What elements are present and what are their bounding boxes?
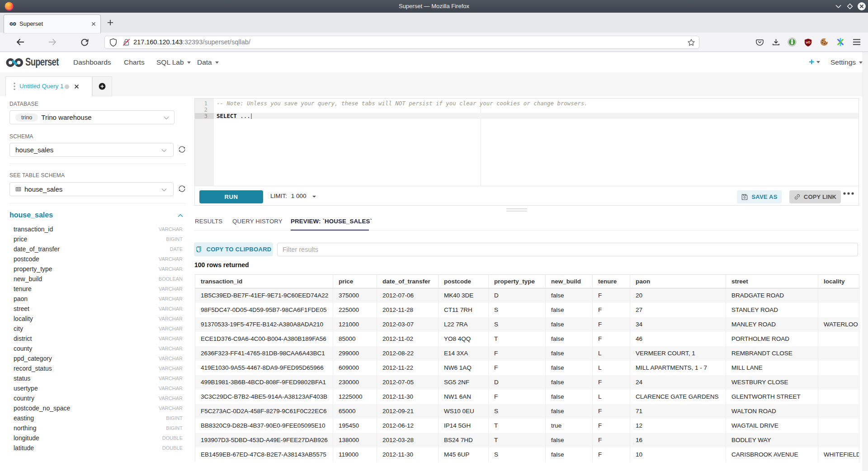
back-button[interactable] <box>15 33 25 52</box>
pocket-button[interactable] <box>755 33 764 52</box>
column-name: status <box>14 375 30 382</box>
copy-to-clipboard-button[interactable]: COPY TO CLIPBOARD <box>194 242 273 256</box>
nav-settings-menu[interactable]: Settings <box>830 52 863 72</box>
table-column-row[interactable]: postcodeVARCHAR <box>0 254 194 264</box>
table-row[interactable]: EB1459EB-67ED-47C8-B2E7-A38143AB55751190… <box>195 447 859 462</box>
column-header[interactable]: price <box>333 275 377 288</box>
nav-add-button[interactable]: + <box>809 52 820 72</box>
page-scrollbar-track[interactable] <box>863 52 868 471</box>
run-button[interactable]: RUN <box>199 190 263 203</box>
table-column-row[interactable]: cityVARCHAR <box>0 324 194 334</box>
query-tab-active[interactable]: Untitled Query 1 <box>5 76 92 96</box>
table-column-row[interactable]: postcode_no_spaceVARCHAR <box>0 403 194 413</box>
table-column-row[interactable]: statusVARCHAR <box>0 373 194 383</box>
url-bar[interactable]: 217.160.120.143:32393/superset/sqllab/ <box>104 36 699 49</box>
tab-query-history[interactable]: QUERY HISTORY <box>232 212 283 230</box>
table-column-row[interactable]: countyVARCHAR <box>0 344 194 353</box>
table-column-row[interactable]: tenureVARCHAR <box>0 284 194 294</box>
table-column-row[interactable]: priceBIGINT <box>0 234 194 244</box>
column-header[interactable]: transaction_id <box>195 275 333 288</box>
bookmark-star-button[interactable] <box>687 36 695 48</box>
nav-item-charts[interactable]: Charts <box>124 52 145 72</box>
table-column-row[interactable]: transaction_idVARCHAR <box>0 224 194 234</box>
limit-control[interactable]: LIMIT:1 000 <box>270 186 316 206</box>
column-header[interactable]: new_build <box>546 275 593 288</box>
table-column-row[interactable]: date_of_transferDATE <box>0 244 194 254</box>
tab-results[interactable]: RESULTS <box>195 212 222 230</box>
table-column-row[interactable]: record_statusVARCHAR <box>0 363 194 373</box>
table-column-row[interactable]: property_typeVARCHAR <box>0 264 194 274</box>
column-header[interactable]: paon <box>630 275 726 288</box>
ublock-origin-extension-button[interactable]: uO <box>804 33 812 52</box>
table-column-row[interactable]: ppd_categoryVARCHAR <box>0 353 194 363</box>
table-column-row[interactable]: paonVARCHAR <box>0 294 194 304</box>
schema-select[interactable]: house_sales <box>9 143 174 157</box>
column-header[interactable]: date_of_transfer <box>377 275 439 288</box>
table-row[interactable]: 98F5DC47-0D05-4D59-95B7-98CA6F1FDE052250… <box>195 303 859 317</box>
nav-item-dashboards[interactable]: Dashboards <box>73 52 111 72</box>
forward-button[interactable] <box>47 33 57 52</box>
new-query-tab-button[interactable] <box>92 76 112 96</box>
window-maximize-button[interactable] <box>846 0 854 13</box>
table-column-row[interactable]: new_buildBOOLEAN <box>0 274 194 284</box>
superset-logo-icon[interactable] <box>5 58 25 67</box>
column-header[interactable]: tenure <box>593 275 630 288</box>
window-close-button[interactable] <box>857 0 866 13</box>
column-header[interactable]: street <box>726 275 818 288</box>
browser-tab-superset[interactable]: Superset <box>4 14 101 33</box>
tab-close-icon[interactable] <box>90 21 97 27</box>
column-header[interactable]: property_type <box>489 275 546 288</box>
table-row[interactable]: 91370533-19F5-47FE-B142-A380A8ADA2101210… <box>195 317 859 332</box>
pane-resize-handle[interactable] <box>506 208 527 212</box>
new-tab-button[interactable] <box>107 19 113 26</box>
table-column-row[interactable]: usertypeVARCHAR <box>0 383 194 393</box>
column-header[interactable]: locality <box>818 275 859 288</box>
table-column-row[interactable]: countryVARCHAR <box>0 393 194 403</box>
menu-button[interactable] <box>853 33 861 52</box>
refresh-table-button[interactable] <box>178 185 186 193</box>
collapse-chevron-up-icon[interactable] <box>178 214 183 217</box>
table-row[interactable]: 1B5C39ED-BE7F-41EF-9E71-9C60EED74A223750… <box>195 288 859 303</box>
table-row[interactable]: ECE1D376-C9A6-4C00-B004-A380B189FA568500… <box>195 332 859 346</box>
filter-results-input[interactable] <box>277 243 858 256</box>
save-as-button[interactable]: SAVE AS <box>737 190 782 203</box>
table-row[interactable]: 3C3C29DC-B7B2-4BE5-914A-A38123AF403B1225… <box>195 390 859 404</box>
copy-link-button[interactable]: COPY LINK <box>789 190 841 203</box>
asterisk-extension-button[interactable] <box>836 33 845 52</box>
more-options-button[interactable] <box>843 192 854 195</box>
table-column-row[interactable]: eastingBIGINT <box>0 413 194 423</box>
save-icon <box>741 193 748 201</box>
table-select[interactable]: house_sales <box>9 182 174 196</box>
table-row[interactable]: 499B1981-3B6B-4BCD-808F-9FED9802BFA12300… <box>195 375 859 390</box>
tracking-shield-icon[interactable] <box>109 36 118 48</box>
table-column-row[interactable]: streetVARCHAR <box>0 304 194 314</box>
nav-item-data[interactable]: Data <box>197 52 219 72</box>
table-column-row[interactable]: longitudeDOUBLE <box>0 433 194 443</box>
sql-editor-code[interactable]: -- Note: Unless you save your query, the… <box>214 100 859 119</box>
cookie-extension-button[interactable] <box>820 33 829 52</box>
table-column-row[interactable]: districtVARCHAR <box>0 334 194 344</box>
database-select[interactable]: trino Trino warehouse <box>9 110 175 124</box>
tab-preview-house-sales[interactable]: PREVIEW: `HOUSE_SALES` <box>291 212 372 230</box>
table-row[interactable]: 2636F323-FF41-4765-81DB-98CAA6A43BC12990… <box>195 346 859 361</box>
window-minimize-button[interactable] <box>835 0 842 13</box>
table-column-row[interactable]: latitudeDOUBLE <box>0 443 194 453</box>
table-row[interactable]: 193907D3-5DBD-453D-A49E-9FEE27DAB9261380… <box>195 433 859 447</box>
table-schema-title[interactable]: house_sales <box>9 211 53 219</box>
table-row[interactable]: 419E1030-9A55-4467-8DA9-9FED95D659666090… <box>195 361 859 375</box>
column-name: easting <box>14 414 34 422</box>
table-column-row[interactable]: northingBIGINT <box>0 423 194 433</box>
superset-wordmark[interactable]: Superset <box>25 52 59 72</box>
insecure-lock-icon[interactable] <box>122 36 131 48</box>
table-row[interactable]: F5C273AC-0D2A-458F-8279-9C61F0C22EC66500… <box>195 404 859 419</box>
column-header[interactable]: postcode <box>439 275 489 288</box>
url-text[interactable]: 217.160.120.143:32393/superset/sqllab/ <box>133 36 250 48</box>
reload-button[interactable] <box>80 33 89 52</box>
privacy-badger-extension-button[interactable] <box>788 33 797 52</box>
query-tab-close-icon[interactable] <box>74 84 80 89</box>
refresh-schema-button[interactable] <box>178 146 186 153</box>
table-column-row[interactable]: localityVARCHAR <box>0 314 194 324</box>
nav-item-sql-lab[interactable]: SQL Lab <box>156 52 191 72</box>
downloads-button[interactable] <box>772 33 780 52</box>
table-row[interactable]: BB8320C9-D82B-4B37-90E0-9FEE05095E101954… <box>195 419 859 433</box>
